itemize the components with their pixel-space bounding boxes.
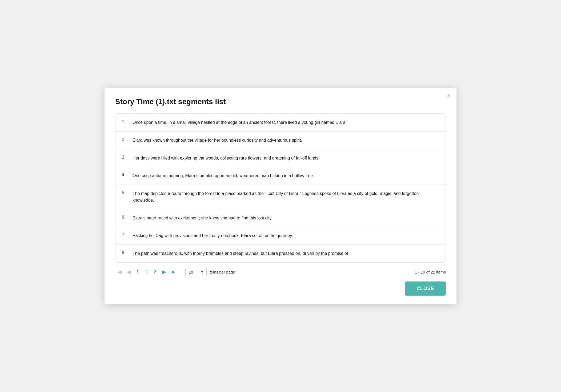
page-first-button[interactable]: ◀ [115, 268, 124, 276]
segment-number: 6 [122, 215, 133, 220]
segment-number: 4 [122, 172, 133, 177]
page-next-button[interactable]: ▶ [160, 268, 169, 276]
page-last-button[interactable]: ► [169, 268, 179, 276]
items-per-page-container: 10 25 50 items per page [185, 268, 235, 276]
segment-text: Elara was known throughout the village f… [133, 137, 439, 144]
segment-text: Elara's heart raced with excitement; she… [133, 215, 439, 222]
page-prev-button[interactable]: ◀ [124, 268, 133, 276]
segment-row: 6Elara's heart raced with excitement; sh… [115, 209, 446, 227]
segment-row: 7Packing her bag with provisions and her… [115, 227, 446, 245]
pagination-bar: ◀ ◀ 1 2 3 ▶ ► 10 25 50 items per page 1 … [115, 268, 446, 276]
segments-list: 1Once upon a time, in a small village ne… [115, 113, 446, 262]
segment-text: Once upon a time, in a small village nes… [133, 119, 439, 126]
page-num-2-button[interactable]: 2 [142, 268, 151, 276]
segment-text: Packing her bag with provisions and her … [133, 232, 439, 239]
items-count: 1 - 10 of 22 items [415, 270, 446, 274]
modal-container: × Story Time (1).txt segments list 1Once… [105, 88, 456, 304]
segment-row: 4One crisp autumn morning, Elara stumble… [115, 167, 446, 185]
segment-text: One crisp autumn morning, Elara stumbled… [133, 172, 439, 179]
segment-row: 1Once upon a time, in a small village ne… [115, 114, 446, 132]
modal-title: Story Time (1).txt segments list [115, 97, 446, 106]
segment-number: 5 [122, 190, 133, 195]
page-num-1-button[interactable]: 1 [133, 268, 142, 276]
segment-number: 8 [122, 250, 133, 255]
close-button[interactable]: CLOSE [405, 281, 446, 296]
segment-number: 3 [122, 155, 133, 160]
segment-row: 3Her days were filled with exploring the… [115, 149, 446, 167]
items-per-page-label: items per page [209, 270, 235, 274]
segment-number: 1 [122, 119, 133, 124]
segment-text: Her days were filled with exploring the … [133, 155, 439, 162]
segment-row: 5The map depicted a route through the fo… [115, 185, 446, 209]
close-x-button[interactable]: × [447, 93, 451, 99]
segment-row: 2Elara was known throughout the village … [115, 132, 446, 149]
page-num-3-button[interactable]: 3 [151, 268, 160, 276]
segment-text: The path was treacherous, with thorny br… [133, 250, 439, 257]
segment-text: The map depicted a route through the for… [133, 190, 439, 204]
segment-number: 7 [122, 232, 133, 237]
segment-number: 2 [122, 137, 133, 142]
items-per-page-select[interactable]: 10 25 50 [185, 268, 207, 276]
segment-row: 8The path was treacherous, with thorny b… [115, 245, 446, 262]
